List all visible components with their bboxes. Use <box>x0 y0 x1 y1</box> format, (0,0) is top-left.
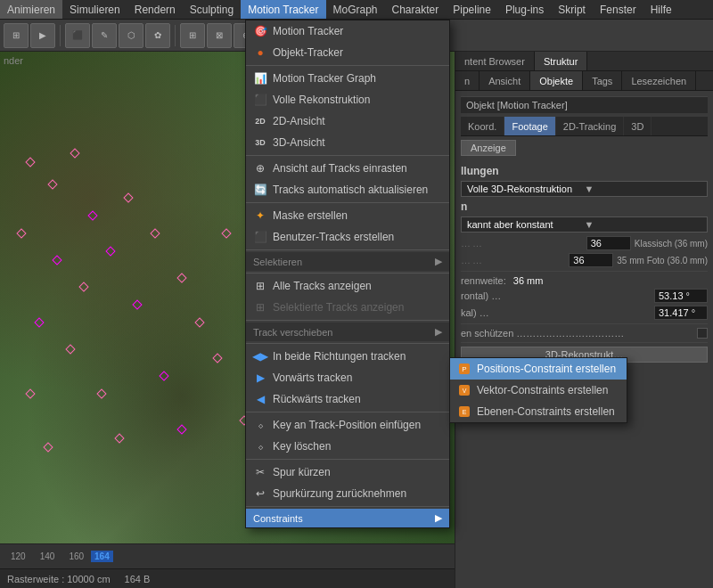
menu-plug-ins[interactable]: Plug-ins <box>498 0 551 19</box>
menu-label-benutzer-tracks: Benutzer-Tracks erstellen <box>273 231 394 243</box>
tracks-aktualisieren-icon: 🔄 <box>253 183 267 197</box>
menu-pipeline[interactable]: Pipeline <box>446 0 498 19</box>
menu-item-volle-rek[interactable]: ⬛ Volle Rekonstruktion <box>246 89 449 110</box>
selektierte-tracks-icon: ⊞ <box>253 300 267 314</box>
protect-checkbox[interactable] <box>697 328 708 339</box>
section-n-title: n <box>461 200 708 213</box>
rekonstruktion-dropdown[interactable]: Volle 3D-Rekonstruktion ▼ <box>461 181 708 197</box>
menu-item-mt-graph[interactable]: 📊 Motion Tracker Graph <box>246 68 449 89</box>
num-row-1: …… Klassisch (36 mm) <box>461 236 708 250</box>
menu-label-spur-kuerzen: Spur kürzen <box>273 466 331 478</box>
constraints-vektor[interactable]: V Vektor-Constraints erstellen <box>450 380 627 401</box>
svg-text:E: E <box>463 409 467 415</box>
selektieren-label: Selektieren <box>253 257 302 267</box>
menu-item-2d-ansicht[interactable]: 2D 2D-Ansicht <box>246 110 449 132</box>
object-header: Objekt [Motion Tracker] <box>461 96 708 113</box>
num-input-1[interactable] <box>586 236 631 250</box>
num-row-2: …… 35 mm Foto (36.0 mm) <box>461 253 708 267</box>
menu-item-key-loeschen[interactable]: ⬦ Key löschen <box>246 436 449 457</box>
menu-label-beide-richtungen: In beide Richtungen tracken <box>273 350 406 363</box>
menu-rendern[interactable]: Rendern <box>127 0 183 19</box>
num-input-2[interactable] <box>569 253 613 267</box>
tab-tags[interactable]: Tags <box>583 71 622 90</box>
menu-label-volle-rek: Volle Rekonstruktion <box>273 94 370 106</box>
menu-item-ansicht-tracks[interactable]: ⊕ Ansicht auf Tracks einrasten <box>246 158 449 179</box>
toolbar-icon-3[interactable]: ⬛ <box>65 23 90 48</box>
panel-content: Objekt [Motion Tracker] Koord. Footage 2… <box>455 91 713 588</box>
menu-skript[interactable]: Skript <box>551 0 593 19</box>
attr-tab-koord[interactable]: Koord. <box>461 117 504 135</box>
toolbar-icon-2[interactable]: ▶ <box>30 23 55 48</box>
constraints-positions[interactable]: P Positions-Constraint erstellen <box>450 358 627 380</box>
menu-motion-tracker[interactable]: Motion Tracker <box>241 0 325 19</box>
menu-label-alle-tracks: Alle Tracks anzeigen <box>273 280 372 292</box>
menu-mograph[interactable]: MoGraph <box>326 0 385 19</box>
menu-item-vorwaerts[interactable]: ▶ Vorwärts tracken <box>246 367 449 388</box>
selektieren-header[interactable]: Selektieren ▶ <box>246 252 449 271</box>
toolbar-icon-4[interactable]: ✎ <box>92 23 117 48</box>
toolbar-icon-8[interactable]: ⊠ <box>207 23 232 48</box>
key-track-icon: ⬦ <box>253 418 267 432</box>
menu-animieren[interactable]: Animieren <box>0 0 62 19</box>
num-row-2-dots: …… <box>461 255 565 265</box>
track-verschieben-header[interactable]: Track verschieben ▶ <box>246 323 449 341</box>
menu-item-beide-richtungen[interactable]: ◀▶ In beide Richtungen tracken <box>246 346 449 367</box>
attr-tab-footage[interactable]: Footage <box>504 117 555 135</box>
menu-item-tracks-aktualisieren[interactable]: 🔄 Tracks automatisch aktualisieren <box>246 179 449 200</box>
menu-item-maske[interactable]: ✦ Maske erstellen <box>246 205 449 226</box>
menu-item-selektierte-tracks[interactable]: ⊞ Selektierte Tracks anzeigen <box>246 297 449 318</box>
tab-objekte[interactable]: Objekte <box>530 71 583 90</box>
divider-3 <box>461 342 708 343</box>
frontal-row: rontal) … <box>461 289 708 303</box>
num-row-1-dots: …… <box>461 238 583 249</box>
menu-sculpting[interactable]: Sculpting <box>183 0 241 19</box>
spurkuerzung-icon: ↩ <box>253 486 267 501</box>
tab-lesezeichen[interactable]: Lesezeichen <box>622 71 696 90</box>
menu-item-motion-tracker[interactable]: 🎯 Motion Tracker <box>246 20 449 42</box>
toolbar-icon-7[interactable]: ⊞ <box>180 23 205 48</box>
menu-item-spur-kuerzen[interactable]: ✂ Spur kürzen <box>246 461 449 483</box>
motion-tracker-dropdown-menu: 🎯 Motion Tracker ● Objekt-Tracker 📊 Moti… <box>245 20 450 528</box>
menu-item-rueckwaerts[interactable]: ◀ Rückwärts tracken <box>246 388 449 410</box>
vektor-label: Vektor-Constraints erstellen <box>477 384 608 396</box>
toolbar-icon-6[interactable]: ✿ <box>145 23 170 48</box>
tab-struktur[interactable]: Struktur <box>535 52 588 70</box>
menu-label-spurkuerzung: Spurkürzung zurücknehmen <box>273 487 406 500</box>
attr-tab-2d[interactable]: 2D-Tracking <box>556 117 625 135</box>
menu-item-key-track[interactable]: ⬦ Key an Track-Position einfügen <box>246 414 449 436</box>
menu-label-mt-graph: Motion Tracker Graph <box>273 72 376 85</box>
menu-item-spurkuerzung[interactable]: ↩ Spurkürzung zurücknehmen <box>246 483 449 504</box>
menu-charakter[interactable]: Charakter <box>385 0 447 19</box>
2d-ansicht-icon: 2D <box>253 114 267 128</box>
menu-label-ansicht-tracks: Ansicht auf Tracks einrasten <box>273 162 407 175</box>
menu-sep-8 <box>246 412 449 412</box>
divider-2 <box>461 323 708 324</box>
menu-sep-9 <box>246 459 449 460</box>
anzeige-button[interactable]: Anzeige <box>461 140 516 156</box>
attr-tabs: Koord. Footage 2D-Tracking 3D <box>461 117 708 136</box>
toolbar-icon-5[interactable]: ⬡ <box>119 23 143 48</box>
constraints-label: Constraints <box>253 513 303 524</box>
num-unit-1: Klassisch (36 mm) <box>635 239 708 249</box>
constraints-header[interactable]: Constraints ▶ <box>246 509 449 527</box>
toolbar-separator-1 <box>60 25 61 46</box>
tab-ansicht[interactable]: Ansicht <box>479 71 530 90</box>
menu-item-3d-ansicht[interactable]: 3D 3D-Ansicht <box>246 132 449 153</box>
menu-item-objekt-tracker[interactable]: ● Objekt-Tracker <box>246 42 449 63</box>
toolbar-icon-1[interactable]: ⊞ <box>4 23 29 48</box>
menu-fenster[interactable]: Fenster <box>593 0 643 19</box>
tab-n[interactable]: n <box>455 71 479 90</box>
menu-label-3d-ansicht: 3D-Ansicht <box>273 136 325 149</box>
menu-item-alle-tracks[interactable]: ⊞ Alle Tracks anzeigen <box>246 275 449 297</box>
menu-simulieren[interactable]: Simulieren <box>62 0 127 19</box>
spur-kuerzen-icon: ✂ <box>253 465 267 479</box>
protect-row: en schützen …………………………… <box>461 328 708 339</box>
attr-tab-3d[interactable]: 3D <box>624 117 652 135</box>
frontal-input[interactable] <box>654 289 708 303</box>
tab-content-browser[interactable]: ntent Browser <box>455 52 535 70</box>
kannt-dropdown[interactable]: kannt aber konstant ▼ <box>461 216 708 233</box>
kal-input[interactable] <box>654 306 708 320</box>
menu-item-benutzer-tracks[interactable]: ⬛ Benutzer-Tracks erstellen <box>246 226 449 248</box>
menu-hilfe[interactable]: Hilfe <box>643 0 679 19</box>
constraints-ebenen[interactable]: E Ebenen-Constraints erstellen <box>450 401 627 422</box>
